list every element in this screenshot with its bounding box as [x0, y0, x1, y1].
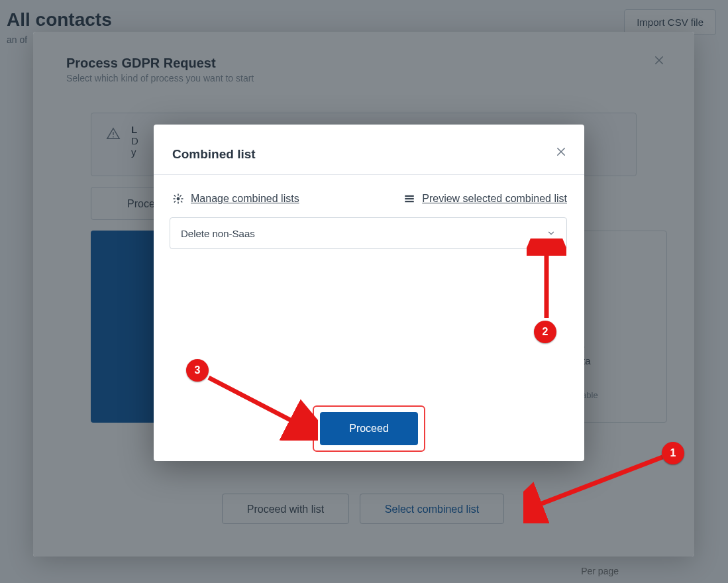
- annotation-badge-3: 3: [186, 359, 209, 382]
- combined-list-close-button[interactable]: [555, 146, 567, 158]
- svg-rect-7: [174, 195, 176, 197]
- svg-rect-11: [405, 195, 414, 197]
- combined-list-title: Combined list: [172, 147, 256, 162]
- svg-point-2: [177, 197, 180, 201]
- proceed-button[interactable]: Proceed: [320, 412, 418, 445]
- manage-combined-lists-link[interactable]: Manage combined lists: [172, 193, 299, 205]
- svg-rect-12: [405, 198, 414, 199]
- proceed-highlight: Proceed: [313, 405, 425, 452]
- svg-rect-8: [181, 201, 183, 203]
- svg-rect-6: [182, 198, 183, 199]
- svg-rect-13: [405, 201, 414, 202]
- combined-list-header: Combined list: [154, 125, 584, 175]
- svg-rect-10: [174, 201, 176, 203]
- gear-icon: [172, 193, 184, 205]
- svg-rect-5: [174, 198, 176, 199]
- chevron-down-icon: [546, 229, 556, 238]
- annotation-badge-2: 2: [534, 321, 556, 343]
- dropdown-value: Delete non-Saas: [181, 228, 255, 239]
- list-icon: [403, 193, 415, 205]
- combined-list-modal: Combined list Manage combined lists Prev…: [154, 125, 584, 461]
- annotation-badge-1: 1: [662, 442, 684, 464]
- links-row: Manage combined lists Preview selected c…: [172, 189, 567, 208]
- preview-combined-list-link[interactable]: Preview selected combined list: [403, 193, 567, 205]
- preview-link-text: Preview selected combined list: [422, 193, 567, 205]
- svg-rect-4: [178, 202, 179, 204]
- manage-link-text: Manage combined lists: [191, 193, 299, 205]
- combined-list-dropdown[interactable]: Delete non-Saas: [170, 217, 567, 249]
- close-icon: [555, 146, 567, 158]
- svg-rect-3: [178, 194, 179, 196]
- svg-rect-9: [180, 195, 182, 197]
